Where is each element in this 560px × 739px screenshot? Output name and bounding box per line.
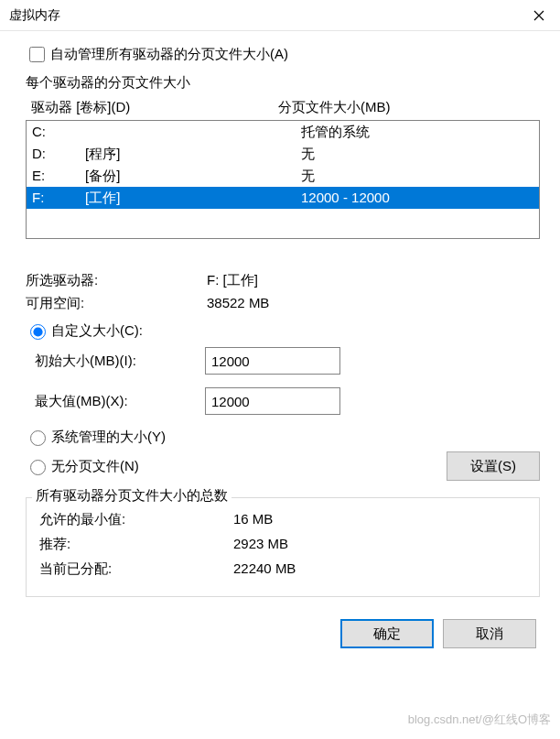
radio-system-label: 系统管理的大小(Y) (51, 429, 166, 446)
current-allocated-label: 当前已分配: (36, 560, 233, 578)
available-space-label: 可用空间: (26, 295, 207, 312)
auto-manage-input[interactable] (29, 47, 45, 62)
watermark: blog.csdn.net/@红线O博客 (408, 712, 551, 728)
radio-none-label: 无分页文件(N) (51, 458, 139, 475)
drive-letter: D: (32, 144, 85, 164)
radio-custom-size[interactable]: 自定义大小(C): (26, 321, 540, 340)
drive-letter: C: (32, 122, 85, 142)
drive-label (85, 122, 301, 142)
drive-label: [程序] (85, 144, 301, 164)
header-size: 分页文件大小(MB) (278, 99, 534, 116)
current-allocated-value: 22240 MB (233, 560, 530, 578)
drive-letter: E: (32, 166, 85, 186)
initial-size-label: 初始大小(MB)(I): (26, 353, 205, 370)
drive-row[interactable]: F:[工作]12000 - 12000 (27, 187, 539, 209)
recommended-label: 推荐: (36, 536, 233, 553)
totals-title: 所有驱动器分页文件大小的总数 (32, 487, 232, 505)
initial-size-field: 初始大小(MB)(I): (26, 347, 540, 375)
dialog-content: 自动管理所有驱动器的分页文件大小(A) 每个驱动器的分页文件大小 驱动器 [卷标… (0, 31, 560, 657)
window-title: 虚拟内存 (9, 7, 60, 24)
drive-row[interactable]: E:[备份]无 (27, 165, 539, 187)
drive-label: [备份] (85, 166, 301, 186)
drive-letter: F: (32, 188, 85, 208)
close-icon[interactable] (518, 0, 560, 31)
totals-groupbox: 所有驱动器分页文件大小的总数 允许的最小值: 16 MB 推荐: 2923 MB… (26, 497, 540, 597)
max-size-field: 最大值(MB)(X): (26, 387, 540, 415)
selected-drive-label: 所选驱动器: (26, 272, 207, 289)
selected-drive-value: F: [工作] (207, 272, 540, 289)
drive-section-label: 每个驱动器的分页文件大小 (26, 74, 540, 92)
auto-manage-label: 自动管理所有驱动器的分页文件大小(A) (50, 46, 288, 63)
cancel-button[interactable]: 取消 (443, 619, 536, 648)
min-allowed-value: 16 MB (233, 511, 530, 528)
drive-list-header: 驱动器 [卷标](D) 分页文件大小(MB) (26, 97, 540, 120)
drive-row[interactable]: D:[程序]无 (27, 143, 539, 165)
available-space-value: 38522 MB (207, 295, 540, 312)
radio-custom-input[interactable] (30, 324, 46, 340)
drive-size: 12000 - 12000 (301, 188, 533, 208)
max-size-label: 最大值(MB)(X): (26, 393, 205, 410)
radio-none-input[interactable] (30, 460, 46, 475)
auto-manage-checkbox[interactable]: 自动管理所有驱动器的分页文件大小(A) (26, 44, 540, 65)
max-size-input[interactable] (205, 387, 340, 415)
selected-drive-info: 所选驱动器: F: [工作] 可用空间: 38522 MB (26, 272, 540, 312)
drive-label: [工作] (85, 188, 301, 208)
drive-size: 无 (301, 144, 533, 164)
drive-list[interactable]: C:托管的系统D:[程序]无E:[备份]无F:[工作]12000 - 12000 (26, 120, 540, 239)
min-allowed-label: 允许的最小值: (36, 511, 233, 528)
radio-custom-label: 自定义大小(C): (51, 322, 143, 340)
radio-system-input[interactable] (30, 430, 46, 446)
drive-size: 托管的系统 (301, 122, 533, 142)
set-button[interactable]: 设置(S) (447, 451, 540, 481)
initial-size-input[interactable] (205, 347, 340, 375)
drive-size: 无 (301, 166, 533, 186)
dialog-buttons: 确定 取消 (26, 619, 540, 648)
radio-system-managed[interactable]: 系统管理的大小(Y) (26, 428, 540, 446)
header-drive: 驱动器 [卷标](D) (31, 99, 278, 116)
radio-no-paging[interactable]: 无分页文件(N) (26, 457, 139, 475)
titlebar: 虚拟内存 (0, 0, 560, 31)
ok-button[interactable]: 确定 (340, 619, 434, 648)
drive-row[interactable]: C:托管的系统 (27, 121, 539, 143)
recommended-value: 2923 MB (233, 536, 530, 553)
